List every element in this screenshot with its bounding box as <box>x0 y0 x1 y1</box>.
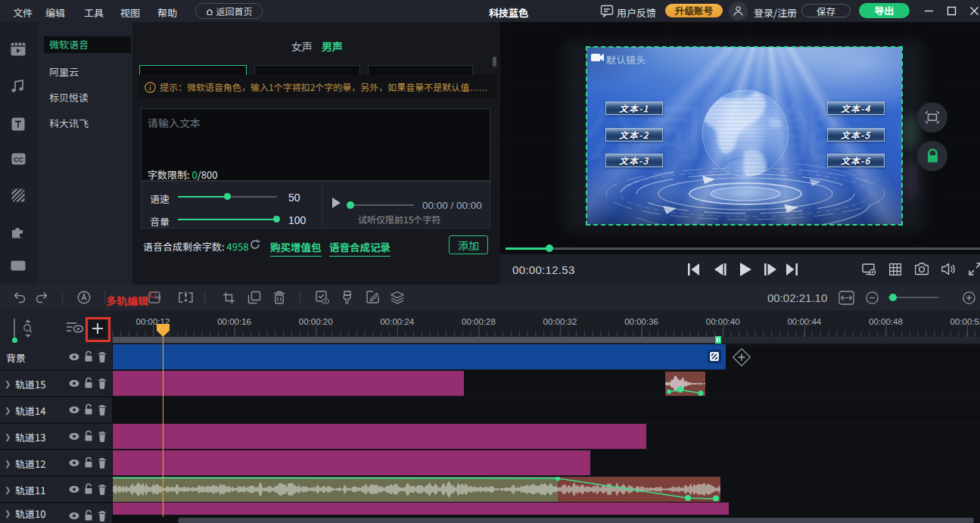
svg-text:CC: CC <box>14 156 23 163</box>
